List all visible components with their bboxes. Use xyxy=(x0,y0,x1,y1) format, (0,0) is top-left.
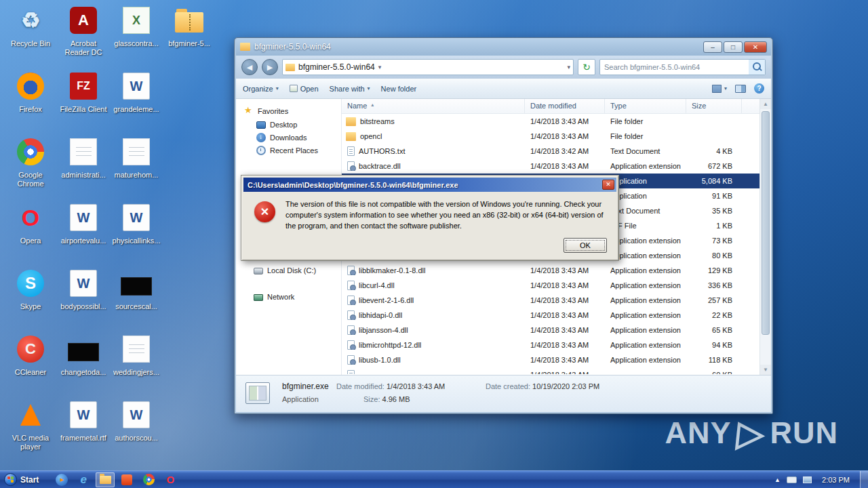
desktop-icon[interactable]: sourcescal... xyxy=(110,267,163,333)
title-bar[interactable]: bfgminer-5.5.0-win64 – □ ✕ xyxy=(236,38,771,56)
ok-button[interactable]: OK xyxy=(564,238,607,253)
help-button[interactable]: ? xyxy=(754,83,764,94)
taskbar-app-button[interactable] xyxy=(161,472,180,487)
desktop-icon-image xyxy=(57,333,110,365)
search-box[interactable] xyxy=(599,59,766,75)
change-view-button[interactable]: ▾ xyxy=(712,85,727,93)
dialog-title-bar[interactable]: C:\Users\admin\Desktop\bfgminer-5.5.0-wi… xyxy=(243,178,616,192)
desktop-icon[interactable]: framemetal.rtf xyxy=(57,399,110,464)
taskbar-app-button[interactable] xyxy=(139,472,158,487)
table-row[interactable]: backtrace.dll 1/4/2018 3:43 AM Applicati… xyxy=(342,159,760,174)
desktop-icon[interactable]: bfgminer-5... xyxy=(163,4,216,70)
dialog-close-button[interactable]: ✕ xyxy=(602,180,614,190)
address-bar[interactable]: bfgminer-5.5.0-win64 ▾ ▾ xyxy=(282,59,574,75)
taskbar-app-button[interactable] xyxy=(52,472,71,487)
sidebar-item-icon xyxy=(256,121,266,129)
taskbar-app-button[interactable] xyxy=(74,472,93,487)
desktop-icon[interactable]: FileZilla Client xyxy=(57,70,110,136)
scrollbar-thumb[interactable] xyxy=(762,111,770,335)
chevron-down-icon[interactable]: ▾ xyxy=(378,64,382,70)
watermark-run-text: RUN xyxy=(770,415,839,451)
desktop-icon[interactable]: administrati... xyxy=(57,136,110,201)
table-row[interactable]: libcurl-4.dll 1/4/2018 3:43 AM Applicati… xyxy=(342,278,760,293)
table-row[interactable]: opencl 1/4/2018 3:43 AM File folder xyxy=(342,129,760,144)
file-name: opencl xyxy=(360,132,382,140)
taskbar-app-button[interactable] xyxy=(96,472,115,487)
table-row[interactable]: bitstreams 1/4/2018 3:43 AM File folder xyxy=(342,114,760,129)
table-row[interactable]: libjansson-4.dll 1/4/2018 3:43 AM Applic… xyxy=(342,323,760,338)
desktop-icon[interactable]: Opera xyxy=(4,201,57,267)
refresh-button[interactable]: ↻ xyxy=(578,59,595,75)
sidebar-item[interactable]: Desktop xyxy=(236,118,341,131)
table-row[interactable]: libmicrohttpd-12.dll 1/4/2018 3:43 AM Ap… xyxy=(342,338,760,352)
desktop-icon[interactable]: weddingjers... xyxy=(110,333,163,399)
network-icon[interactable] xyxy=(803,476,812,483)
breadcrumb[interactable]: bfgminer-5.5.0-win64 xyxy=(298,62,375,72)
column-header-name[interactable]: Name▴ xyxy=(342,99,525,113)
desktop-icon[interactable]: glasscontra... xyxy=(110,4,163,70)
vertical-scrollbar[interactable]: ▲ ▼ xyxy=(760,99,771,375)
tray-expand-icon[interactable]: ▲ xyxy=(774,476,781,483)
address-history-icon[interactable]: ▾ xyxy=(567,64,570,70)
column-header-date[interactable]: Date modified xyxy=(525,99,605,113)
sidebar-item[interactable]: Network xyxy=(236,290,341,303)
start-button[interactable]: Start xyxy=(0,471,45,488)
desktop-icon[interactable]: bodypossibl... xyxy=(57,267,110,333)
forward-button[interactable]: ▶ xyxy=(262,59,278,75)
file-size: 35 KB xyxy=(686,207,742,215)
desktop-icon[interactable]: maturehom... xyxy=(110,136,163,201)
details-date-modified: Date modified: 1/4/2018 3:43 AM xyxy=(336,382,445,390)
column-header-type[interactable]: Type xyxy=(605,99,686,113)
taskbar-clock[interactable]: 2:03 PM xyxy=(822,476,850,484)
back-button[interactable]: ◀ xyxy=(241,59,258,75)
file-type-icon xyxy=(347,281,355,290)
maximize-button[interactable]: □ xyxy=(724,41,743,53)
file-size: 94 KB xyxy=(686,341,742,349)
sidebar-group-favorites[interactable]: Favorites xyxy=(236,104,341,118)
table-row[interactable]: libusb-1.0.dll 1/4/2018 3:43 AM Applicat… xyxy=(342,352,760,367)
open-button[interactable]: Open xyxy=(290,85,319,93)
organize-button[interactable]: Organize ▾ xyxy=(243,85,279,93)
file-size: 336 KB xyxy=(686,281,742,289)
dialog-body: ✕ The version of this file is not compat… xyxy=(243,192,616,258)
show-desktop-button[interactable] xyxy=(860,471,868,488)
table-row[interactable]: 1/4/2018 3:43 AM 60 KB xyxy=(342,367,760,374)
desktop-icon[interactable]: Google Chrome xyxy=(4,136,57,201)
desktop-icon[interactable]: Acrobat Reader DC xyxy=(57,4,110,70)
scroll-down-icon[interactable]: ▼ xyxy=(760,365,771,375)
desktop-icon[interactable]: Firefox xyxy=(4,70,57,136)
table-row[interactable]: AUTHORS.txt 1/4/2018 3:42 AM Text Docume… xyxy=(342,144,760,159)
search-icon[interactable] xyxy=(749,60,765,75)
minimize-button[interactable]: – xyxy=(703,41,722,53)
desktop-icon[interactable]: grandeleme... xyxy=(110,70,163,136)
desktop-icon[interactable]: changetoda... xyxy=(57,333,110,399)
desktop-icon[interactable]: airportevalu... xyxy=(57,201,110,267)
desktop-icon[interactable]: physicallinks... xyxy=(110,201,163,267)
sidebar-item[interactable]: Downloads xyxy=(236,131,341,144)
app-icon xyxy=(123,73,150,100)
file-name: libevent-2-1-6.dll xyxy=(359,296,414,304)
desktop-icon-image xyxy=(57,267,110,300)
table-row[interactable]: libhidapi-0.dll 1/4/2018 3:43 AM Applica… xyxy=(342,308,760,323)
keyboard-icon[interactable] xyxy=(787,476,797,483)
share-with-button[interactable]: Share with ▾ xyxy=(330,85,370,93)
taskbar-app-button[interactable] xyxy=(117,472,136,487)
desktop-icon[interactable]: VLC media player xyxy=(4,399,57,464)
desktop-icon-image xyxy=(57,4,110,37)
column-header-size[interactable]: Size xyxy=(686,99,742,113)
desktop-icon[interactable]: authorscou... xyxy=(110,399,163,464)
desktop-icon[interactable]: Skype xyxy=(4,267,57,333)
table-row[interactable]: libblkmaker-0.1-8.dll 1/4/2018 3:43 AM A… xyxy=(342,263,760,278)
desktop-icon[interactable]: CCleaner xyxy=(4,333,57,399)
sidebar-item[interactable]: Local Disk (C:) xyxy=(236,264,341,277)
scroll-up-icon[interactable]: ▲ xyxy=(760,99,771,109)
search-input[interactable] xyxy=(600,63,749,71)
table-row[interactable]: libevent-2-1-6.dll 1/4/2018 3:43 AM Appl… xyxy=(342,293,760,308)
preview-pane-button[interactable] xyxy=(735,85,746,93)
file-name: libblkmaker-0.1-8.dll xyxy=(359,266,425,274)
error-icon: ✕ xyxy=(254,201,275,222)
close-button[interactable]: ✕ xyxy=(744,41,767,53)
sidebar-item[interactable]: Recent Places xyxy=(236,144,341,157)
desktop-icon[interactable]: Recycle Bin xyxy=(4,4,57,70)
new-folder-button[interactable]: New folder xyxy=(381,85,417,93)
